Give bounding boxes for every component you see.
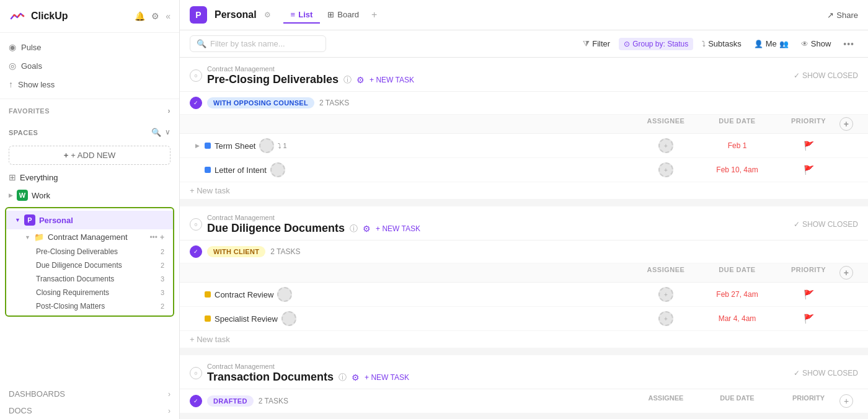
add-new-button[interactable]: + + ADD NEW	[9, 146, 170, 165]
search-box[interactable]: 🔍 Filter by task name...	[190, 35, 326, 52]
section-due-diligence-info[interactable]: ⓘ	[350, 223, 358, 234]
specialist-review-name[interactable]: Specialist Review	[215, 314, 278, 324]
sub-item-due-diligence[interactable]: Due Diligence Documents 2	[6, 258, 173, 272]
specialist-review-flag[interactable]: 🚩	[804, 314, 814, 324]
section-pre-closing-collapse[interactable]: ○	[190, 69, 202, 82]
term-sheet-name[interactable]: Term Sheet	[215, 141, 255, 151]
arrow-up-icon: ↑	[9, 79, 13, 89]
sub-item-pre-closing[interactable]: Pre-Closing Deliverables 2	[6, 245, 173, 258]
sub-item-pre-closing-label: Pre-Closing Deliverables	[36, 247, 118, 256]
show-button[interactable]: 👁 Show	[797, 37, 835, 51]
section-transaction-settings[interactable]: ⚙	[352, 373, 360, 382]
subtasks-button[interactable]: ⤵ Subtasks	[698, 37, 745, 51]
letter-priority-flag[interactable]: 🚩	[804, 165, 814, 175]
add-new-icon: +	[64, 151, 69, 160]
sidebar-item-everything[interactable]: ⊞ Everything	[0, 169, 179, 186]
group-drafted-collapse[interactable]: ✓	[190, 395, 202, 407]
sidebar-item-goals[interactable]: ◎ Goals	[0, 56, 179, 75]
term-sheet-avatar[interactable]: +	[658, 138, 673, 153]
section-transaction-header: ○ Contract Management Transaction Docume…	[180, 355, 868, 389]
section-due-diligence-settings[interactable]: ⚙	[363, 224, 371, 234]
group-with-client-collapse[interactable]: ✓	[190, 245, 202, 258]
specialist-review-status[interactable]	[281, 311, 296, 326]
board-icon: ⊞	[327, 10, 334, 19]
me-icon: 👤	[754, 40, 763, 48]
section-pre-closing: ○ Contract Management Pre-Closing Delive…	[180, 58, 868, 206]
letter-name[interactable]: Letter of Intent	[215, 165, 267, 175]
more-button[interactable]: •••	[839, 37, 858, 51]
show-closed-transaction[interactable]: ✓ SHOW CLOSED	[794, 369, 858, 377]
term-sheet-duedate[interactable]: Feb 1	[697, 141, 777, 150]
folder-name: Contract Management	[48, 232, 128, 242]
me-button[interactable]: 👤 Me 👥	[750, 37, 792, 51]
spaces-chevron-down[interactable]: ∨	[165, 128, 170, 137]
contract-review-duedate[interactable]: Feb 27, 4am	[697, 290, 777, 299]
task-row-specialist-review: Specialist Review + Mar 4, 4am 🚩	[180, 307, 868, 331]
term-sheet-status-icon[interactable]	[259, 138, 274, 153]
me-more-icon: 👥	[779, 40, 789, 48]
topbar-tabs: ≡ List ⊞ Board +	[283, 6, 383, 24]
bell-icon[interactable]: 🔔	[135, 11, 145, 21]
letter-duedate[interactable]: Feb 10, 4am	[697, 165, 777, 174]
section-due-diligence-collapse[interactable]: ○	[190, 218, 202, 231]
sub-item-closing-req[interactable]: Closing Requirements 3	[6, 286, 173, 299]
section-transaction-new-task[interactable]: + NEW TASK	[365, 373, 409, 382]
sidebar-item-show-less[interactable]: ↑ Show less	[0, 75, 179, 94]
contract-review-flag[interactable]: 🚩	[804, 289, 814, 299]
fold-icon[interactable]: «	[166, 11, 170, 21]
contract-review-name[interactable]: Contract Review	[215, 290, 273, 299]
favorites-chevron[interactable]: ›	[168, 107, 171, 115]
sidebar-item-pulse[interactable]: ◉ Pulse	[0, 38, 179, 56]
col-add-header: +	[839, 117, 858, 131]
section-pre-closing-title: Pre-Closing Deliverables	[207, 73, 339, 86]
term-sheet-expand-icon[interactable]: ▶	[195, 143, 200, 149]
contract-management-folder[interactable]: ▼ 📁 Contract Management ••• +	[6, 229, 173, 245]
sub-item-transaction[interactable]: Transaction Documents 3	[6, 272, 173, 286]
add-col-button-c[interactable]: +	[839, 266, 853, 280]
section-pre-closing-info[interactable]: ⓘ	[343, 74, 352, 86]
section-pre-closing-settings[interactable]: ⚙	[356, 75, 365, 85]
sub-item-post-closing-count: 2	[161, 302, 164, 310]
sub-item-due-diligence-count: 2	[161, 262, 164, 269]
gear-icon[interactable]: ⚙	[151, 11, 159, 21]
section-transaction-collapse[interactable]: ○	[190, 367, 202, 379]
new-task-client[interactable]: + New task	[180, 331, 868, 348]
spaces-search-icon[interactable]: 🔍	[151, 128, 161, 137]
show-closed-due-diligence[interactable]: ✓ SHOW CLOSED	[794, 220, 858, 229]
specialist-review-duedate[interactable]: Mar 4, 4am	[697, 314, 777, 323]
group-with-client-row: ✓ WITH CLIENT 2 TASKS	[180, 240, 868, 263]
sidebar-item-docs[interactable]: DOCS ›	[0, 402, 179, 419]
letter-avatar[interactable]: +	[658, 162, 673, 177]
section-transaction-info[interactable]: ⓘ	[339, 372, 347, 383]
new-task-opposing[interactable]: + New task	[180, 182, 868, 199]
filter-button[interactable]: ⧩ Filter	[579, 37, 614, 51]
contract-review-avatar[interactable]: +	[658, 287, 673, 302]
sidebar-item-dashboards[interactable]: DASHBOARDS ›	[0, 386, 179, 402]
specialist-review-avatar[interactable]: +	[658, 311, 673, 326]
add-tab-button[interactable]: +	[366, 6, 382, 24]
sidebar-item-work[interactable]: ▶ W Work	[0, 186, 179, 205]
group-opposing-counsel-collapse[interactable]: ✓	[190, 97, 202, 109]
add-col-button-d[interactable]: +	[839, 394, 853, 408]
term-sheet-priority-flag[interactable]: 🚩	[804, 141, 814, 151]
add-col-button[interactable]: +	[839, 117, 853, 131]
tab-board[interactable]: ⊞ Board	[320, 6, 366, 24]
share-button[interactable]: ↗ Share	[827, 11, 858, 20]
sub-item-transaction-label: Transaction Documents	[36, 275, 114, 283]
folder-more-icon[interactable]: •••	[149, 233, 157, 242]
show-closed-pre-closing[interactable]: ✓ SHOW CLOSED	[794, 71, 858, 80]
section-due-diligence-new-task[interactable]: + NEW TASK	[376, 224, 420, 233]
tab-list[interactable]: ≡ List	[283, 6, 321, 24]
col-priority-header: PRIORITY	[777, 117, 839, 131]
specialist-review-name-cell: Specialist Review	[215, 311, 635, 326]
letter-priority: 🚩	[777, 165, 839, 175]
group-by-button[interactable]: ⊙ Group by: Status	[619, 38, 693, 50]
section-pre-closing-new-task[interactable]: + NEW TASK	[370, 76, 414, 84]
contract-review-status[interactable]	[277, 287, 292, 302]
sub-item-post-closing[interactable]: Post-Closing Matters 2	[6, 299, 173, 313]
topbar-settings-icon[interactable]: ⚙	[264, 11, 271, 19]
group-drafted-row: ✓ DRAFTED 2 TASKS ASSIGNEE DUE DATE PRIO…	[180, 389, 868, 413]
folder-add-icon[interactable]: +	[160, 233, 164, 242]
sidebar-item-personal[interactable]: ▼ P Personal	[6, 211, 173, 229]
letter-status-icon[interactable]	[270, 162, 285, 177]
